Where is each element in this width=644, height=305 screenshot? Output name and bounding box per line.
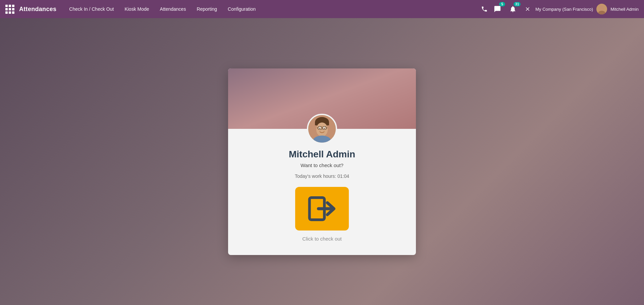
brand-title[interactable]: Attendances [19,6,56,13]
activity-icon[interactable]: 31 [508,4,518,14]
svg-point-5 [316,122,328,136]
checkout-question: Want to check out? [301,162,343,168]
nav-right: 5 31 My Company (San Francisco) Mitchell… [480,4,639,14]
messages-badge: 5 [499,2,505,6]
user-name-nav[interactable]: Mitchell Admin [610,7,639,12]
checkout-label: Click to check out [302,236,342,242]
apps-grid-icon[interactable] [5,5,14,14]
company-name[interactable]: My Company (San Francisco) [535,7,593,12]
activity-badge: 31 [514,2,521,6]
nav-item-kiosk[interactable]: Kiosk Mode [120,4,154,14]
nav-item-configuration[interactable]: Configuration [223,4,260,14]
phone-icon[interactable] [480,4,489,14]
nav-item-reporting[interactable]: Reporting [192,4,222,14]
navbar: Attendances Check In / Check Out Kiosk M… [0,0,644,18]
checkout-button[interactable] [295,187,349,231]
svg-point-0 [599,6,604,10]
nav-item-attendances[interactable]: Attendances [155,4,191,14]
close-icon[interactable] [523,5,532,13]
nav-menu: Check In / Check Out Kiosk Mode Attendan… [64,4,480,14]
user-name-display: Mitchell Admin [289,149,355,160]
checkout-icon [307,195,337,222]
work-hours-display: Today's work hours: 01:04 [295,173,349,179]
page-background: Mitchell Admin Want to check out? Today'… [0,18,644,305]
svg-point-1 [598,11,605,14]
user-avatar [307,114,337,144]
avatar-wrap [307,114,337,144]
messages-icon[interactable]: 5 [492,4,502,14]
card-body: Mitchell Admin Want to check out? Today'… [228,129,416,255]
card-header [228,68,416,129]
nav-item-checkin[interactable]: Check In / Check Out [64,4,118,14]
svg-point-9 [324,128,325,129]
svg-point-8 [319,128,320,129]
checkout-card: Mitchell Admin Want to check out? Today'… [228,68,416,255]
user-avatar-nav[interactable] [596,4,607,14]
